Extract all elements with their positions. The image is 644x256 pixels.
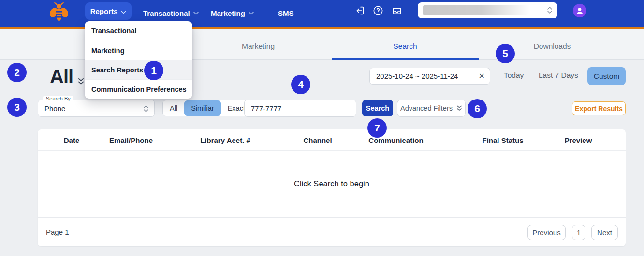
search-button[interactable]: Search xyxy=(362,100,393,116)
select-updown-icon xyxy=(143,104,149,115)
table-header-row: Date Email/Phone Library Acct. # Channel… xyxy=(38,129,626,151)
page-number-button[interactable]: 1 xyxy=(572,225,585,240)
menu-item-communication-preferences[interactable]: Communication Preferences xyxy=(85,79,192,99)
chevron-down-icon xyxy=(249,12,254,15)
login-icon[interactable] xyxy=(354,5,365,16)
chevron-down-icon xyxy=(193,12,199,15)
inbox-icon[interactable] xyxy=(392,5,402,16)
column-header-library-acct: Library Acct. # xyxy=(200,136,250,144)
nav-item-label: Marketing xyxy=(211,9,245,17)
previous-page-button[interactable]: Previous xyxy=(527,225,566,240)
nav-item-label: Reports xyxy=(90,7,118,15)
results-table-card: Date Email/Phone Library Acct. # Channel… xyxy=(38,129,626,246)
scope-selector[interactable]: All xyxy=(50,63,85,90)
preset-today[interactable]: Today xyxy=(504,71,524,80)
table-footer: Page 1 Previous 1 Next xyxy=(38,217,626,246)
match-option-similiar[interactable]: Similiar xyxy=(184,100,221,116)
annotation-badge-6: 6 xyxy=(468,99,487,118)
active-tab-underline xyxy=(332,58,479,60)
page-indicator: Page 1 xyxy=(46,228,69,236)
annotation-badge-7: 7 xyxy=(367,118,387,138)
annotation-badge-1: 1 xyxy=(144,61,163,80)
advanced-filters-button[interactable]: Advanced Filters xyxy=(397,100,466,117)
nav-item-sms[interactable]: SMS xyxy=(278,0,294,27)
annotation-badge-3: 3 xyxy=(7,98,27,117)
nav-item-reports[interactable]: Reports xyxy=(85,2,132,20)
bee-logo[interactable] xyxy=(47,1,71,25)
account-select[interactable] xyxy=(418,2,557,18)
column-header-final-status: Final Status xyxy=(482,136,523,144)
preset-custom-button[interactable]: Custom xyxy=(587,67,626,85)
annotation-badge-4: 4 xyxy=(291,75,310,94)
help-icon[interactable] xyxy=(373,5,383,16)
match-option-all[interactable]: All xyxy=(163,100,184,116)
menu-item-transactional[interactable]: Transactional xyxy=(85,21,192,41)
date-range-value: 2025-10-24 ~ 2025-11-24 xyxy=(376,72,458,80)
next-page-button[interactable]: Next xyxy=(591,225,618,240)
nav-item-label: Transactional xyxy=(143,9,190,17)
column-header-preview: Preview xyxy=(565,136,592,144)
double-chevron-down-icon xyxy=(77,68,85,90)
export-results-button[interactable]: Export Results xyxy=(572,101,626,115)
annotation-badge-5: 5 xyxy=(496,44,515,63)
clear-date-icon[interactable]: ✕ xyxy=(479,71,485,81)
search-reports-page: Reports Transactional Marketing SMS xyxy=(0,0,644,256)
select-updown-icon xyxy=(547,6,553,16)
menu-item-marketing[interactable]: Marketing xyxy=(85,41,192,60)
tab-marketing[interactable]: Marketing xyxy=(242,42,275,51)
search-by-label: Search By xyxy=(43,96,73,101)
reports-dropdown-menu: Transactional Marketing Search Reports C… xyxy=(85,21,192,99)
column-header-channel: Channel xyxy=(303,136,332,144)
nav-item-label: SMS xyxy=(278,9,294,17)
annotation-badge-2: 2 xyxy=(7,63,27,82)
empty-state-message: Click Search to begin xyxy=(294,179,369,188)
column-header-date: Date xyxy=(64,136,80,144)
redacted-account-value xyxy=(423,5,529,15)
double-chevron-down-icon xyxy=(456,105,462,113)
scope-label: All xyxy=(50,66,73,87)
search-query-input[interactable] xyxy=(244,100,356,117)
menu-item-search-reports[interactable]: Search Reports xyxy=(85,60,192,79)
tab-downloads[interactable]: Downloads xyxy=(534,42,571,51)
column-header-email-phone: Email/Phone xyxy=(109,136,153,144)
chevron-down-icon xyxy=(121,7,126,15)
search-by-select[interactable]: Search By Phone xyxy=(38,100,155,117)
tab-search[interactable]: Search xyxy=(393,42,417,51)
search-by-value: Phone xyxy=(44,104,65,113)
match-type-group: All Similiar Exact xyxy=(162,100,252,116)
advanced-filters-label: Advanced Filters xyxy=(400,104,453,112)
preset-last-7-days[interactable]: Last 7 Days xyxy=(539,71,578,80)
user-avatar[interactable] xyxy=(573,4,586,17)
date-range-input[interactable]: 2025-10-24 ~ 2025-11-24 ✕ xyxy=(369,68,490,85)
nav-item-marketing[interactable]: Marketing xyxy=(211,0,254,27)
